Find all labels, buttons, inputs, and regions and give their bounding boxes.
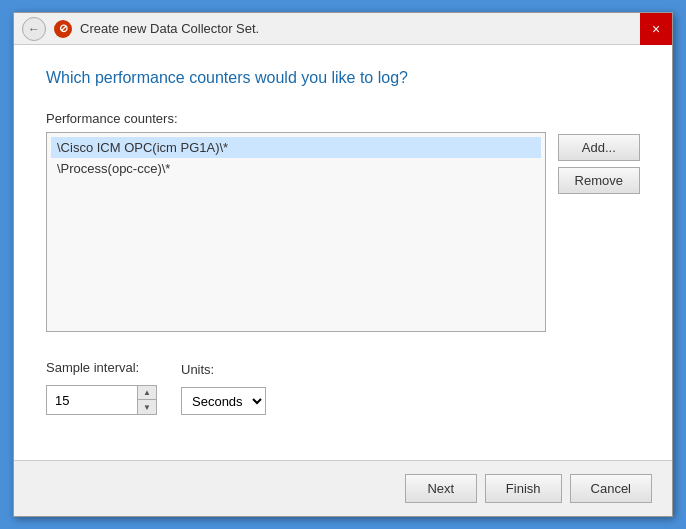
title-bar: ← ⊘ Create new Data Collector Set. × <box>14 13 672 45</box>
app-icon: ⊘ <box>54 20 72 38</box>
spin-up-button[interactable]: ▲ <box>138 386 156 400</box>
counter-item[interactable]: \Cisco ICM OPC(icm PG1A)\* <box>51 137 541 158</box>
spin-down-button[interactable]: ▼ <box>138 400 156 414</box>
footer: Next Finish Cancel <box>14 460 672 516</box>
finish-button[interactable]: Finish <box>485 474 562 503</box>
remove-button[interactable]: Remove <box>558 167 640 194</box>
main-window: ← ⊘ Create new Data Collector Set. × Whi… <box>13 12 673 517</box>
units-label: Units: <box>181 362 266 377</box>
sample-label: Sample interval: <box>46 360 157 375</box>
sample-interval-field: Sample interval: ▲ ▼ <box>46 360 157 415</box>
content-area: Which performance counters would you lik… <box>14 45 672 460</box>
sample-input[interactable] <box>47 386 137 414</box>
counters-label: Performance counters: <box>46 111 640 126</box>
page-question: Which performance counters would you lik… <box>46 69 640 87</box>
counter-item[interactable]: \Process(opc-cce)\* <box>51 158 541 179</box>
cancel-button[interactable]: Cancel <box>570 474 652 503</box>
close-button[interactable]: × <box>640 13 672 45</box>
window-title: Create new Data Collector Set. <box>80 21 259 36</box>
spinner-controls: ▲ ▼ <box>137 386 156 414</box>
counters-buttons: Add... Remove <box>558 132 640 332</box>
next-button[interactable]: Next <box>405 474 477 503</box>
units-field: Units: Seconds Minutes Hours Days <box>181 362 266 415</box>
interval-row: Sample interval: ▲ ▼ Units: Seconds Minu… <box>46 360 640 415</box>
spinner-wrapper: ▲ ▼ <box>46 385 157 415</box>
add-button[interactable]: Add... <box>558 134 640 161</box>
counters-row: \Cisco ICM OPC(icm PG1A)\* \Process(opc-… <box>46 132 640 332</box>
form-section: Performance counters: \Cisco ICM OPC(icm… <box>46 111 640 436</box>
units-select[interactable]: Seconds Minutes Hours Days <box>181 387 266 415</box>
back-button[interactable]: ← <box>22 17 46 41</box>
counters-list[interactable]: \Cisco ICM OPC(icm PG1A)\* \Process(opc-… <box>46 132 546 332</box>
